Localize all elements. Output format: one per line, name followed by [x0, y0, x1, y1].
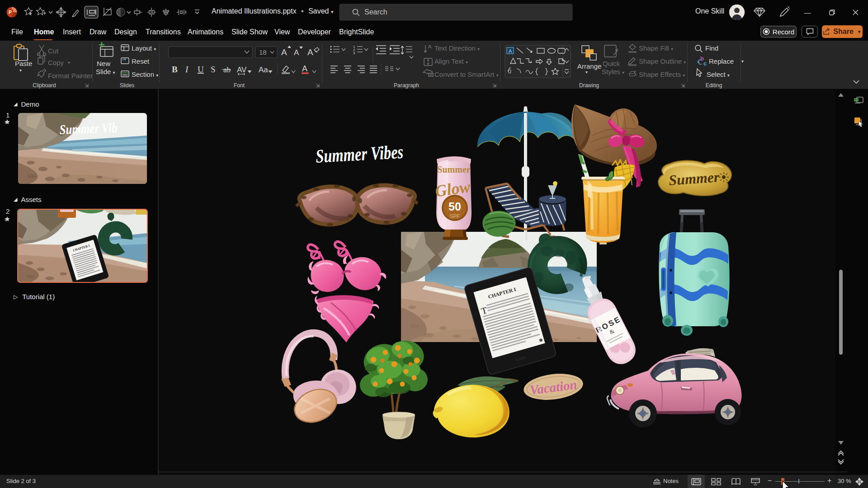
- svg-text:A: A: [294, 48, 299, 57]
- svg-text:A: A: [307, 47, 313, 57]
- svg-text:U: U: [198, 65, 204, 74]
- svg-text:3: 3: [353, 51, 355, 55]
- svg-text:S: S: [211, 65, 216, 74]
- svg-text:Aa: Aa: [259, 66, 268, 74]
- svg-text:A: A: [302, 64, 307, 73]
- svg-text:AV: AV: [237, 66, 247, 74]
- svg-text:I: I: [185, 65, 189, 74]
- svg-text:Summer Vib: Summer Vib: [59, 120, 118, 137]
- svg-text:Summer Vibes: Summer Vibes: [315, 141, 404, 167]
- svg-text:18: 18: [259, 48, 267, 56]
- svg-text:A: A: [281, 47, 287, 57]
- svg-text:P: P: [9, 9, 12, 15]
- svg-text:A: A: [428, 44, 432, 49]
- svg-text:Summer: Summer: [437, 164, 470, 174]
- svg-text:50: 50: [448, 200, 461, 213]
- svg-text:A: A: [509, 48, 512, 54]
- svg-text:c: c: [703, 60, 707, 67]
- svg-text:SPF: SPF: [449, 213, 460, 220]
- svg-text:B: B: [172, 65, 178, 74]
